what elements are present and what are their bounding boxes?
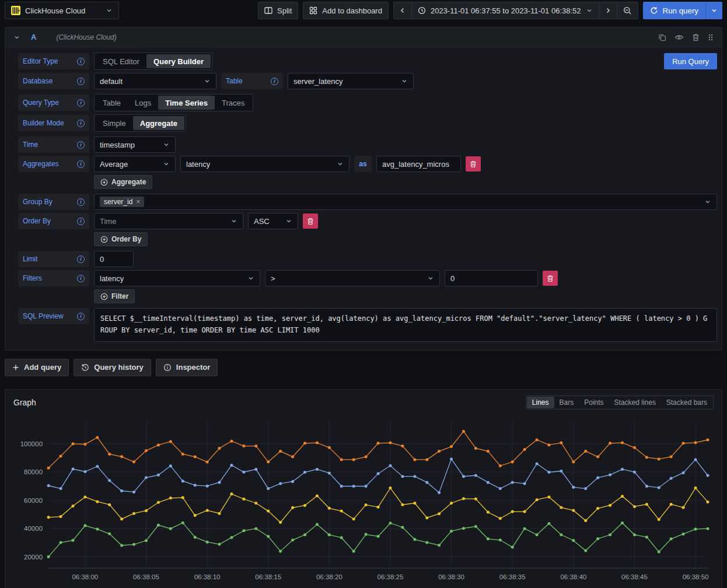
chevron-down-icon: [230, 218, 237, 225]
time-shift-back-button[interactable]: [393, 2, 411, 19]
editor-type-option-query-builder[interactable]: Query Builder: [146, 54, 211, 68]
filter-value-input[interactable]: 0: [445, 270, 538, 286]
editor-type-option-sql-editor[interactable]: SQL Editor: [96, 54, 146, 68]
query-history-button[interactable]: Query history: [74, 359, 151, 376]
group-by-multiselect[interactable]: server_id ×: [94, 194, 717, 210]
time-picker-group: 2023-11-01 06:37:55 to 2023-11-01 06:38:…: [393, 2, 638, 19]
split-button[interactable]: Split: [258, 2, 298, 19]
aggregate-column-select[interactable]: latency: [180, 156, 349, 172]
chevron-down-icon: [285, 218, 292, 225]
remove-aggregate-button[interactable]: [466, 156, 481, 172]
database-select[interactable]: default: [94, 73, 216, 89]
svg-text:60000: 60000: [24, 496, 43, 503]
limit-input[interactable]: 0: [94, 251, 134, 267]
chevron-down-icon: [427, 275, 434, 282]
run-query-panel-button[interactable]: Run Query: [664, 53, 717, 69]
duplicate-query-icon[interactable]: [658, 33, 666, 41]
graph-style-stacked-bars[interactable]: Stacked bars: [661, 397, 712, 408]
info-icon[interactable]: i: [77, 78, 85, 85]
filter-operator-select[interactable]: >: [265, 270, 440, 286]
collapse-chevron-icon[interactable]: [13, 34, 20, 41]
svg-text:06:38:25: 06:38:25: [378, 573, 404, 580]
svg-text:06:38:50: 06:38:50: [683, 573, 709, 580]
table-select[interactable]: server_latency: [288, 73, 414, 89]
add-aggregate-button[interactable]: Aggregate: [94, 175, 152, 189]
drag-handle-icon[interactable]: [708, 33, 714, 41]
builder-mode-option-aggregate[interactable]: Aggregate: [133, 116, 184, 130]
inspector-button[interactable]: Inspector: [156, 359, 218, 376]
remove-order-by-button[interactable]: [303, 214, 318, 229]
time-shift-forward-button[interactable]: [599, 2, 617, 19]
info-icon[interactable]: i: [77, 141, 85, 149]
add-to-dashboard-label: Add to dashboard: [322, 6, 382, 15]
chevron-down-icon: [204, 78, 211, 85]
svg-text:80000: 80000: [24, 468, 43, 475]
filter-field-select[interactable]: latency: [94, 270, 260, 286]
graph-style-bars[interactable]: Bars: [554, 397, 579, 408]
info-icon[interactable]: i: [271, 78, 278, 85]
order-by-label: Order By i: [18, 213, 89, 229]
time-range-button[interactable]: 2023-11-01 06:37:55 to 2023-11-01 06:38:…: [411, 2, 599, 19]
add-aggregate-row: Aggregate: [18, 175, 717, 189]
info-icon[interactable]: i: [77, 99, 85, 107]
info-icon[interactable]: i: [77, 160, 85, 168]
builder-mode-option-simple[interactable]: Simple: [96, 116, 133, 130]
explore-footer-actions: Add query Query history Inspector: [0, 351, 727, 383]
series-line: [48, 431, 708, 468]
query-row-header[interactable]: A (ClickHouse Cloud): [5, 27, 722, 47]
graph-style-stacked-lines[interactable]: Stacked lines: [609, 397, 661, 408]
info-icon[interactable]: i: [77, 120, 85, 127]
group-by-tag[interactable]: server_id ×: [100, 197, 144, 207]
trash-icon: [470, 160, 477, 168]
query-type-option-time-series[interactable]: Time Series: [158, 96, 215, 110]
time-series-chart[interactable]: 2000040000600008000010000006:38:0006:38:…: [11, 415, 716, 586]
svg-text:06:38:30: 06:38:30: [438, 573, 464, 580]
add-query-button[interactable]: Add query: [5, 359, 69, 376]
info-icon[interactable]: i: [77, 218, 85, 225]
zoom-out-button[interactable]: [617, 2, 638, 19]
database-table-row: Database i default Table i server_latenc…: [18, 73, 717, 89]
run-query-button[interactable]: Run query: [643, 2, 706, 19]
trash-icon: [307, 218, 314, 225]
datasource-name: ClickHouse Cloud: [25, 6, 101, 15]
add-order-by-button[interactable]: Order By: [94, 232, 148, 246]
builder-mode-row: Builder Mode i Simple Aggregate: [18, 114, 717, 132]
time-column-select[interactable]: timestamp: [94, 136, 176, 153]
info-icon[interactable]: i: [77, 256, 85, 263]
aggregate-alias-input[interactable]: avg_latency_micros: [376, 156, 461, 172]
group-by-row: Group By i server_id ×: [18, 194, 717, 210]
filters-row: Filters i latency > 0: [18, 270, 717, 286]
toolbar: ClickHouse Cloud Split Add to dashboard: [0, 0, 727, 21]
graph-style-lines[interactable]: Lines: [527, 397, 554, 408]
order-by-field-select[interactable]: Time: [94, 213, 243, 229]
query-type-option-table[interactable]: Table: [96, 96, 128, 110]
graph-panel: Graph Lines Bars Points Stacked lines St…: [5, 389, 722, 588]
aggregate-function-select[interactable]: Average: [94, 156, 176, 172]
chart-legend: avg_latency_micros aavg_latency_micros b…: [11, 586, 716, 588]
delete-query-trash-icon[interactable]: [692, 33, 700, 41]
info-icon[interactable]: i: [77, 58, 85, 65]
sql-preview-label: SQL Preview i: [18, 308, 89, 324]
hide-query-eye-icon[interactable]: [674, 33, 684, 41]
order-by-direction-select[interactable]: ASC: [248, 213, 298, 229]
info-circle-icon: [163, 363, 172, 372]
info-icon[interactable]: i: [77, 313, 85, 320]
remove-tag-icon[interactable]: ×: [136, 198, 140, 206]
run-query-caret-button[interactable]: [705, 2, 722, 19]
clickhouse-logo-icon: [11, 6, 20, 15]
query-type-option-traces[interactable]: Traces: [215, 96, 251, 110]
plus-icon: [12, 364, 19, 371]
remove-filter-button[interactable]: [543, 271, 558, 286]
svg-text:06:38:45: 06:38:45: [621, 573, 648, 580]
graph-style-points[interactable]: Points: [579, 397, 609, 408]
add-filter-button[interactable]: Filter: [94, 289, 135, 303]
editor-type-row: Editor Type i SQL Editor Query Builder R…: [18, 52, 717, 70]
datasource-picker[interactable]: ClickHouse Cloud: [5, 2, 119, 19]
query-type-option-logs[interactable]: Logs: [128, 96, 158, 110]
clock-icon: [418, 6, 426, 15]
info-icon[interactable]: i: [77, 198, 85, 206]
chevron-down-icon: [401, 78, 408, 85]
add-to-dashboard-button[interactable]: Add to dashboard: [303, 2, 389, 19]
info-icon[interactable]: i: [77, 275, 85, 282]
order-by-row: Order By i Time ASC: [18, 213, 717, 229]
